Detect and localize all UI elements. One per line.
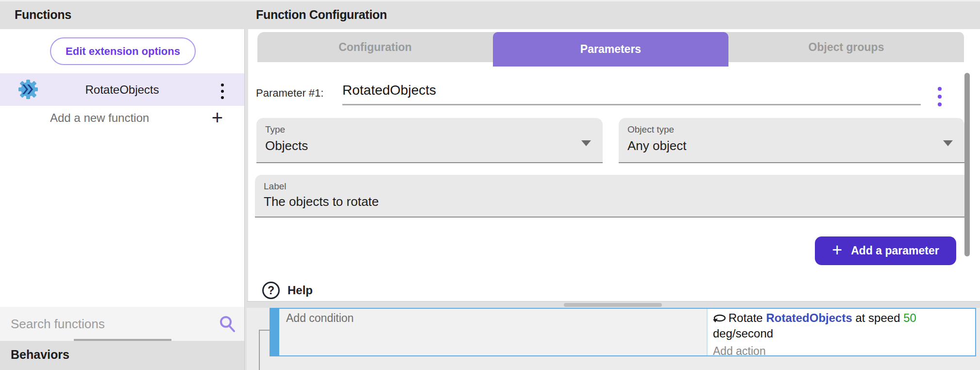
search-icon xyxy=(218,315,237,335)
action-text-prefix: Rotate xyxy=(728,311,766,324)
action-object-name: RotatedObjects xyxy=(766,311,852,324)
add-function-plus-icon: + xyxy=(212,108,223,127)
chevron-down-icon xyxy=(943,140,953,146)
parameter-name-input[interactable]: RotatedObjects xyxy=(342,83,436,98)
action-speed-value: 50 xyxy=(903,311,916,324)
chevron-down-icon xyxy=(581,140,591,146)
type-select-label: Type xyxy=(265,124,285,135)
rotate-action-row[interactable]: Rotate RotatedObjects at speed 50 xyxy=(713,311,975,326)
label-input-field[interactable]: Label The objects to rotate xyxy=(255,175,970,218)
top-header: Functions Function Configuration xyxy=(0,0,980,29)
parameter-menu-icon[interactable] xyxy=(938,85,942,108)
vertical-scrollbar-thumb[interactable] xyxy=(964,73,970,256)
label-field-label: Label xyxy=(264,181,287,192)
question-mark-icon: ? xyxy=(262,282,280,299)
functions-panel-title: Functions xyxy=(15,8,71,22)
plus-icon: + xyxy=(832,241,842,259)
actions-cell: Rotate RotatedObjects at speed 50 deg/se… xyxy=(707,309,975,355)
object-type-select[interactable]: Object type Any object xyxy=(619,118,964,163)
event-row: Add condition Rotate RotatedObjects at s… xyxy=(270,308,976,356)
add-action-link[interactable]: Add action xyxy=(713,344,975,358)
function-configuration-title: Function Configuration xyxy=(256,8,387,22)
parameter-number-label: Parameter #1: xyxy=(256,87,323,100)
behaviors-title: Behaviors xyxy=(11,348,69,362)
function-item-menu-icon[interactable] xyxy=(221,82,224,101)
type-select[interactable]: Type Objects xyxy=(256,118,603,163)
edit-extension-options-label: Edit extension options xyxy=(66,45,180,58)
add-function-row[interactable]: Add a new function + xyxy=(0,109,244,129)
search-functions-bar xyxy=(0,307,244,341)
help-label: Help xyxy=(287,284,313,297)
parameter-name-underline xyxy=(342,104,921,105)
add-condition-link[interactable]: Add condition xyxy=(286,312,707,325)
sub-event-connector-vertical xyxy=(259,330,260,370)
configuration-tabbar: Configuration Parameters Object groups xyxy=(257,32,964,62)
action-text-line2: deg/second xyxy=(713,326,975,341)
events-sheet-panel: Add condition Rotate RotatedObjects at s… xyxy=(247,301,980,370)
behaviors-section-header[interactable]: Behaviors xyxy=(0,341,244,370)
event-drag-bar[interactable] xyxy=(270,308,279,356)
add-parameter-button[interactable]: + Add a parameter xyxy=(815,236,956,265)
function-list-item-rotateobjects[interactable]: RotateObjects xyxy=(0,73,244,106)
add-function-label: Add a new function xyxy=(50,111,149,125)
event-body: Add condition Rotate RotatedObjects at s… xyxy=(279,308,976,356)
add-parameter-label: Add a parameter xyxy=(851,244,939,257)
gear-chevrons-icon xyxy=(17,79,39,100)
rotate-action-icon xyxy=(713,312,727,326)
tab-object-groups[interactable]: Object groups xyxy=(728,32,964,62)
functions-sidebar: Edit extension options xyxy=(0,29,244,370)
conditions-cell[interactable]: Add condition xyxy=(279,309,707,355)
tab-parameters[interactable]: Parameters xyxy=(493,32,728,67)
edit-extension-options-button[interactable]: Edit extension options xyxy=(50,37,196,65)
object-type-select-value: Any object xyxy=(627,138,686,153)
events-panel-top-strip xyxy=(247,302,980,308)
help-link[interactable]: ? Help xyxy=(262,282,313,299)
action-text-middle: at speed xyxy=(852,311,903,324)
label-field-value: The objects to rotate xyxy=(264,194,379,209)
type-select-value: Objects xyxy=(265,138,308,153)
tab-configuration[interactable]: Configuration xyxy=(257,32,493,62)
object-type-select-label: Object type xyxy=(627,124,674,135)
search-functions-input[interactable] xyxy=(11,314,205,334)
sub-event-connector-horizontal xyxy=(259,330,270,331)
horizontal-scrollbar-thumb[interactable] xyxy=(564,303,662,307)
